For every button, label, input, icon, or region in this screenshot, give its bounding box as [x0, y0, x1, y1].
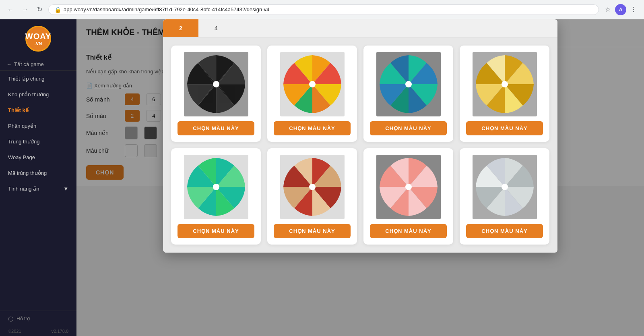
select-wheel-3-btn[interactable]: CHỌN MÀU NÀY [370, 121, 447, 135]
wheel-svg-7 [376, 155, 441, 219]
nav-label: Trúng thưởng [8, 139, 39, 145]
sidebar-item-woay-page[interactable]: Woay Page [0, 149, 76, 165]
app-layout: WOAY .VN ← Tất cả game Thiết lập chung K… [0, 19, 644, 336]
wheel-card-2: CHỌN MÀU NÀY [267, 46, 357, 142]
menu-button[interactable]: ⋮ [628, 4, 639, 15]
select-wheel-6-btn[interactable]: CHỌN MÀU NÀY [274, 224, 351, 238]
wheel-svg-1 [184, 52, 248, 116]
svg-point-13 [405, 81, 412, 87]
address-bar[interactable]: 🔒 app.woay.vn/dashboard#/admin/game/6ff8… [48, 4, 599, 15]
sidebar: WOAY .VN ← Tất cả game Thiết lập chung K… [0, 19, 76, 336]
nav-label: Thiết kế [8, 107, 29, 113]
sidebar-item-trung-thuong[interactable]: Trúng thưởng [0, 134, 76, 149]
svg-point-19 [309, 184, 316, 190]
nav-label: Mã trúng thưởng [8, 170, 47, 176]
select-wheel-8-btn[interactable]: CHỌN MÀU NÀY [466, 224, 543, 238]
wheel-card-3: CHỌN MÀU NÀY [363, 46, 453, 142]
wheel-container-2 [280, 52, 345, 116]
main-content: THÊM KHỎE - THÊM C Thiết kế Nếu bạn gặp … [76, 19, 644, 336]
wheel-container-8 [473, 155, 537, 219]
modal-tab-4[interactable]: 4 [198, 19, 234, 37]
select-wheel-7-btn[interactable]: CHỌN MÀU NÀY [370, 224, 447, 238]
sidebar-version: ©2021 v2.178.0 [0, 326, 76, 336]
wheel-svg-4 [473, 52, 537, 116]
wheel-svg-2 [280, 52, 345, 116]
chevron-down-icon: ▼ [63, 186, 68, 192]
sidebar-logo: WOAY .VN [0, 19, 76, 58]
wheel-container-6 [280, 155, 345, 219]
sidebar-item-tinh-nang-an[interactable]: Tính năng ẩn ▼ [0, 181, 76, 197]
sidebar-item-phan-quyen[interactable]: Phân quyền [0, 118, 76, 134]
browser-chrome: ← → ↻ 🔒 app.woay.vn/dashboard#/admin/gam… [0, 0, 644, 19]
back-label: Tất cả game [14, 61, 44, 67]
wheel-container-1 [184, 52, 248, 116]
select-wheel-1-btn[interactable]: CHỌN MÀU NÀY [178, 121, 254, 135]
sidebar-item-thiet-lap-chung[interactable]: Thiết lập chung [0, 71, 76, 87]
wheel-card-7: CHỌN MÀU NÀY [363, 148, 453, 245]
wheel-grid: CHỌN MÀU NÀY [171, 46, 549, 245]
sidebar-nav: Thiết lập chung Kho phần thưởng Thiết kế… [0, 71, 76, 311]
reload-button[interactable]: ↻ [34, 4, 45, 15]
wheel-svg-3 [376, 52, 441, 116]
svg-point-11 [309, 81, 316, 87]
wheel-container-4 [473, 52, 537, 116]
sidebar-back-button[interactable]: ← Tất cả game [0, 58, 76, 71]
wheel-svg-8 [473, 155, 537, 219]
user-avatar[interactable]: A [615, 4, 626, 15]
nav-label: Kho phần thưởng [8, 91, 49, 97]
wheel-container-7 [376, 155, 441, 219]
select-wheel-4-btn[interactable]: CHỌN MÀU NÀY [466, 121, 543, 135]
wheel-svg-6 [280, 155, 345, 219]
nav-label: Tính năng ẩn [8, 186, 39, 192]
support-label: Hỗ trợ [17, 316, 30, 321]
forward-button[interactable]: → [19, 4, 31, 15]
browser-actions: ☆ A ⋮ [602, 4, 639, 15]
wheel-svg-5 [184, 155, 248, 219]
modal-tabs: 2 4 [163, 19, 557, 37]
copyright: ©2021 [8, 329, 21, 334]
wheel-card-5: CHỌN MÀU NÀY [171, 148, 261, 245]
bookmark-button[interactable]: ☆ [602, 4, 613, 15]
svg-point-21 [405, 184, 412, 190]
logo-bot: .VN [35, 41, 42, 46]
nav-label: Woay Page [8, 154, 35, 160]
wheel-card-6: CHỌN MÀU NÀY [267, 148, 357, 245]
version: v2.178.0 [52, 329, 68, 334]
logo-top: WOAY [25, 32, 51, 41]
url-text: app.woay.vn/dashboard#/admin/game/6ff87f… [64, 6, 269, 12]
modal: 2 4 [163, 19, 557, 253]
sidebar-item-kho-phan-thuong[interactable]: Kho phần thưởng [0, 87, 76, 102]
back-button[interactable]: ← [5, 4, 16, 15]
sidebar-footer[interactable]: ◯ Hỗ trợ [0, 311, 76, 326]
modal-tab-2[interactable]: 2 [163, 19, 198, 37]
select-wheel-5-btn[interactable]: CHỌN MÀU NÀY [178, 224, 254, 238]
back-arrow-icon: ← [6, 61, 12, 67]
svg-point-15 [502, 81, 508, 87]
modal-overlay: 2 4 [76, 19, 644, 336]
lock-icon: 🔒 [54, 6, 61, 13]
sidebar-item-ma-trung-thuong[interactable]: Mã trúng thưởng [0, 165, 76, 181]
logo-circle: WOAY .VN [25, 26, 51, 52]
wheel-card-4: CHỌN MÀU NÀY [460, 46, 549, 142]
nav-label: Thiết lập chung [8, 76, 44, 82]
wheel-card-8: CHỌN MÀU NÀY [460, 148, 549, 245]
select-wheel-2-btn[interactable]: CHỌN MÀU NÀY [274, 121, 351, 135]
wheel-container-5 [184, 155, 248, 219]
wheel-container-3 [376, 52, 441, 116]
nav-label: Phân quyền [8, 123, 36, 129]
sidebar-item-thiet-ke[interactable]: Thiết kế [0, 102, 76, 118]
svg-point-1 [213, 81, 219, 87]
svg-point-17 [213, 184, 219, 190]
modal-body: CHỌN MÀU NÀY [163, 37, 557, 253]
wheel-card-1: CHỌN MÀU NÀY [171, 46, 261, 142]
svg-point-23 [502, 184, 508, 190]
support-icon: ◯ [8, 316, 13, 321]
